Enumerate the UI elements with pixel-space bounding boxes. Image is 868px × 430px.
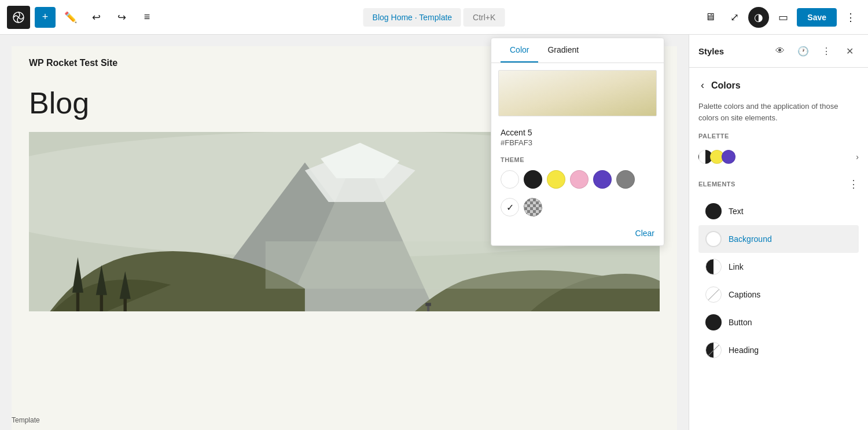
color-name: Accent 5 bbox=[501, 128, 654, 137]
template-title-button[interactable]: Blog Home · Template bbox=[363, 8, 461, 27]
elements-menu-button[interactable]: ⋮ bbox=[848, 178, 859, 190]
back-button[interactable]: ‹ bbox=[698, 77, 707, 94]
main-area: WP Rocket Test Site Blog bbox=[0, 35, 868, 430]
gradient-tab[interactable]: Gradient bbox=[538, 38, 588, 63]
split-view-button[interactable]: ▭ bbox=[773, 7, 793, 28]
palette-swatches bbox=[698, 150, 735, 164]
picker-footer: Clear bbox=[491, 223, 664, 245]
heading-element-label: Heading bbox=[729, 346, 759, 355]
element-button-row[interactable]: Button bbox=[698, 308, 859, 336]
undo-button[interactable]: ↩ bbox=[86, 7, 106, 28]
swatch-checkered[interactable] bbox=[524, 198, 542, 216]
colors-description: Palette colors and the application of th… bbox=[698, 101, 859, 123]
keyboard-shortcut: Ctrl+K bbox=[464, 8, 505, 27]
palette-chevron-icon: › bbox=[856, 152, 859, 161]
text-color-icon bbox=[705, 203, 722, 219]
palette-swatch-3 bbox=[722, 150, 735, 164]
save-button[interactable]: Save bbox=[797, 8, 837, 27]
color-gradient-area[interactable] bbox=[498, 70, 657, 116]
panel-more-button[interactable]: ⋮ bbox=[817, 42, 836, 60]
swatch-white[interactable] bbox=[501, 170, 519, 189]
elements-header: ELEMENTS ⋮ bbox=[698, 178, 859, 190]
panel-title: Styles bbox=[698, 46, 766, 56]
background-element-label: Background bbox=[729, 234, 772, 244]
svg-rect-15 bbox=[425, 303, 431, 306]
panel-preview-button[interactable]: 👁 bbox=[771, 42, 789, 60]
preview-button[interactable]: 🖥 bbox=[700, 7, 720, 28]
right-panel: Styles 👁 🕐 ⋮ ✕ ‹ Colors Palette colors a… bbox=[689, 35, 868, 430]
toolbar-center: Blog Home · Template Ctrl+K bbox=[363, 8, 505, 27]
extra-swatches: ✓ bbox=[491, 196, 664, 223]
background-color-icon bbox=[705, 231, 722, 247]
palette-row[interactable]: › bbox=[698, 145, 859, 168]
template-label: Template bbox=[12, 416, 40, 424]
swatch-checked[interactable]: ✓ bbox=[501, 198, 519, 216]
element-captions-row[interactable]: Captions bbox=[698, 281, 859, 308]
svg-rect-9 bbox=[100, 293, 103, 311]
palette-label: PALETTE bbox=[698, 133, 859, 139]
swatch-yellow[interactable] bbox=[547, 170, 565, 189]
picker-tabs: Color Gradient bbox=[491, 38, 664, 63]
swatch-gray[interactable] bbox=[616, 170, 635, 189]
panel-close-button[interactable]: ✕ bbox=[840, 42, 859, 60]
button-element-label: Button bbox=[729, 318, 752, 327]
element-background-row[interactable]: Background bbox=[698, 225, 859, 253]
panel-history-button[interactable]: 🕐 bbox=[794, 42, 812, 60]
text-element-label: Text bbox=[729, 207, 744, 216]
add-block-button[interactable]: + bbox=[35, 7, 56, 28]
tools-button[interactable]: ✏️ bbox=[60, 7, 81, 28]
colors-section-title: Colors bbox=[711, 80, 741, 91]
element-heading-row[interactable]: Heading bbox=[698, 336, 859, 364]
colors-section-header: ‹ Colors bbox=[698, 77, 859, 94]
list-view-button[interactable]: ≡ bbox=[137, 7, 157, 28]
wp-logo-icon[interactable] bbox=[7, 6, 30, 29]
element-link-row[interactable]: Link bbox=[698, 253, 859, 281]
toolbar-right: 🖥 ⤢ ◑ ▭ Save ⋮ bbox=[700, 7, 861, 28]
element-text-row[interactable]: Text bbox=[698, 197, 859, 225]
elements-label: ELEMENTS bbox=[698, 181, 735, 188]
panel-body: ‹ Colors Palette colors and the applicat… bbox=[689, 68, 868, 430]
toolbar: + ✏️ ↩ ↪ ≡ Blog Home · Template Ctrl+K 🖥… bbox=[0, 0, 868, 35]
clear-button[interactable]: Clear bbox=[635, 229, 654, 238]
link-color-icon bbox=[705, 259, 722, 275]
fullscreen-button[interactable]: ⤢ bbox=[724, 7, 745, 28]
captions-color-icon bbox=[705, 286, 722, 303]
color-hex: #FBFAF3 bbox=[501, 138, 654, 147]
swatch-pink[interactable] bbox=[570, 170, 589, 189]
link-element-label: Link bbox=[729, 262, 744, 271]
heading-color-icon bbox=[705, 342, 722, 358]
captions-element-label: Captions bbox=[729, 290, 760, 299]
swatch-black[interactable] bbox=[524, 170, 542, 189]
svg-rect-16 bbox=[266, 241, 660, 289]
button-color-icon bbox=[705, 314, 722, 330]
more-options-button[interactable]: ⋮ bbox=[840, 7, 861, 28]
color-tab[interactable]: Color bbox=[501, 38, 538, 63]
theme-swatches bbox=[491, 168, 664, 196]
theme-toggle-button[interactable]: ◑ bbox=[748, 7, 769, 28]
panel-header: Styles 👁 🕐 ⋮ ✕ bbox=[689, 35, 868, 68]
swatch-purple[interactable] bbox=[593, 170, 612, 189]
color-picker-popup: Color Gradient Accent 5 #FBFAF3 THEME ✓ … bbox=[491, 38, 664, 246]
redo-button[interactable]: ↪ bbox=[111, 7, 132, 28]
color-info: Accent 5 #FBFAF3 bbox=[491, 123, 664, 154]
theme-section-label: THEME bbox=[491, 154, 664, 168]
